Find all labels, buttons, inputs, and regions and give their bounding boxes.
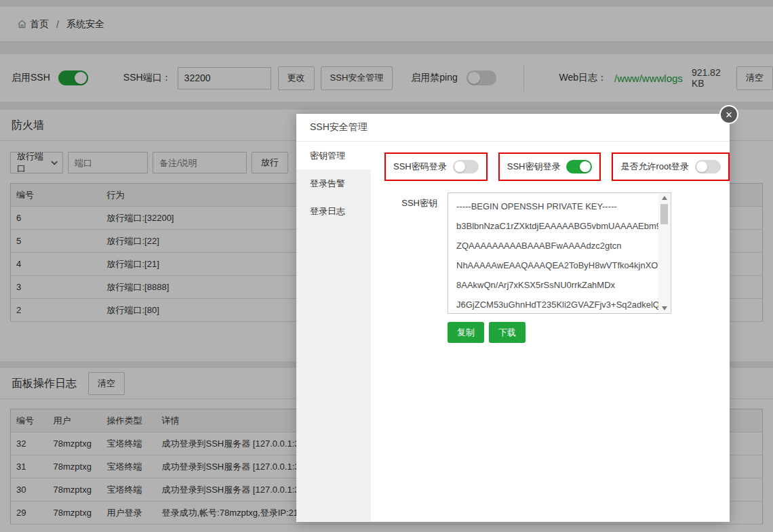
copy-key-button[interactable]: 复制	[448, 322, 484, 343]
ssh-key-login-group: SSH密钥登录	[498, 152, 601, 181]
scroll-down-icon[interactable]	[662, 306, 667, 310]
toggle-knob	[580, 161, 591, 172]
key-line: -----BEGIN OPENSSH PRIVATE KEY-----	[456, 197, 650, 216]
key-line: b3BlbnNzaC1rZXktdjEAAAAABG5vbmUAAAAEbm9u	[456, 216, 650, 236]
scrollbar[interactable]	[658, 194, 670, 312]
ssh-password-login-label: SSH密码登录	[393, 161, 447, 173]
key-line: NhAAAAAwEAAQAAAQEA2ToByH8wVTfko4kjnXOW	[456, 255, 650, 275]
ssh-security-modal: ✕ SSH安全管理 密钥管理 登录告警 登录日志 SSH密码登录 SSH密钥登录…	[296, 114, 730, 522]
root-login-group: 是否允许root登录	[612, 152, 729, 181]
scrollbar-thumb[interactable]	[660, 204, 668, 224]
tab-login-alert[interactable]: 登录告警	[296, 169, 371, 197]
ssh-password-login-toggle[interactable]	[453, 160, 479, 173]
modal-sidebar: 密钥管理 登录告警 登录日志	[296, 142, 371, 521]
key-line: 8AAkwQn/Arj7xKSX5rSsNU0rrkZahMDx	[456, 275, 650, 295]
toggle-knob	[454, 161, 465, 172]
ssh-key-login-label: SSH密钥登录	[507, 161, 561, 173]
modal-content: SSH密码登录 SSH密钥登录 是否允许root登录 SSH密钥 -----BE…	[371, 142, 743, 521]
root-login-label: 是否允许root登录	[620, 161, 688, 173]
modal-title: SSH安全管理	[296, 114, 730, 142]
ssh-key-textarea[interactable]: -----BEGIN OPENSSH PRIVATE KEY----- b3Bl…	[448, 192, 671, 314]
toggle-knob	[696, 161, 707, 172]
key-line: J6GjZCM53uGhnHdT235Kli2GVAZFjv3+Sq2adkel…	[456, 295, 650, 314]
ssh-password-login-group: SSH密码登录	[384, 152, 488, 181]
key-line: ZQAAAAAAAAABAAABFwAAAAdzc2gtcn	[456, 236, 650, 255]
close-icon[interactable]: ✕	[719, 105, 738, 124]
tab-key-management[interactable]: 密钥管理	[296, 142, 371, 169]
scroll-up-icon[interactable]	[662, 196, 667, 200]
root-login-toggle[interactable]	[695, 160, 721, 173]
download-key-button[interactable]: 下载	[489, 322, 526, 343]
ssh-key-login-toggle[interactable]	[566, 160, 592, 173]
ssh-key-label: SSH密钥	[384, 192, 448, 314]
tab-login-log[interactable]: 登录日志	[296, 197, 371, 225]
